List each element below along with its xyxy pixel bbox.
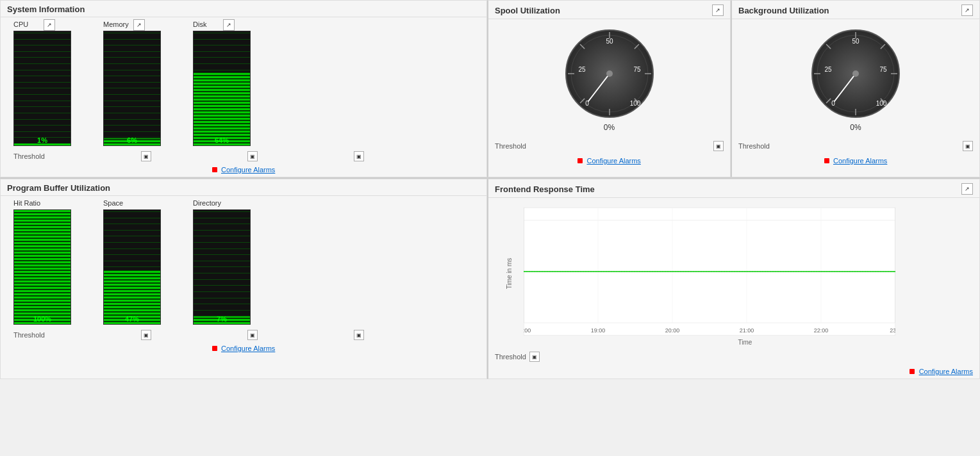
prog-threshold-icon-1[interactable]: ▣ bbox=[141, 330, 151, 340]
spool-title: Spool Utilization bbox=[495, 6, 560, 15]
hit-ratio-bar: 100% bbox=[13, 209, 71, 325]
memory-value: 6% bbox=[104, 136, 160, 144]
sys-threshold-label: Threshold bbox=[13, 152, 45, 160]
svg-text:20:00: 20:00 bbox=[665, 327, 680, 334]
svg-text:19:00: 19:00 bbox=[591, 327, 606, 334]
sys-configure-alarms-link[interactable]: Configure Alarms bbox=[221, 166, 275, 174]
expand-memory-icon[interactable]: ↗ bbox=[133, 19, 145, 31]
directory-value: 7% bbox=[194, 315, 250, 323]
expand-frontend-icon[interactable]: ↗ bbox=[961, 183, 973, 195]
svg-text:100: 100 bbox=[876, 100, 887, 107]
expand-disk-icon[interactable]: ↗ bbox=[223, 19, 235, 31]
hit-ratio-value: 100% bbox=[14, 315, 71, 323]
space-value: 47% bbox=[104, 315, 160, 323]
svg-text:25: 25 bbox=[578, 66, 586, 73]
frontend-threshold-label: Threshold bbox=[495, 353, 526, 361]
spool-configure-alarms-row: Configure Alarms bbox=[488, 154, 730, 168]
x-axis-label: Time bbox=[524, 339, 967, 346]
space-bar: 47% bbox=[103, 209, 161, 325]
memory-label: Memory bbox=[103, 20, 129, 28]
sys-configure-alarms-row: Configure Alarms bbox=[1, 163, 486, 177]
cpu-label: CPU bbox=[13, 20, 28, 28]
background-title: Background Utilization bbox=[738, 6, 829, 15]
svg-text:50: 50 bbox=[852, 38, 860, 45]
prog-buffer-title: Program Buffer Utilization bbox=[7, 183, 110, 193]
disk-bar-fill bbox=[194, 72, 250, 145]
frontend-threshold-icon[interactable]: ▣ bbox=[529, 352, 540, 362]
spool-gauge-svg: 50 25 75 0 100 bbox=[561, 26, 658, 122]
background-configure-alarms-row: Configure Alarms bbox=[732, 154, 979, 168]
threshold-icon-1[interactable]: ▣ bbox=[141, 151, 151, 161]
alarm-icon-prog bbox=[212, 346, 217, 351]
y-axis-label: Time in ms bbox=[506, 258, 513, 289]
alarm-icon-bg bbox=[824, 158, 829, 163]
background-threshold-label: Threshold bbox=[738, 142, 770, 150]
background-gauge-svg: 50 25 75 0 100 bbox=[808, 26, 904, 122]
svg-text:100: 100 bbox=[629, 100, 640, 107]
expand-spool-icon[interactable]: ↗ bbox=[712, 4, 724, 16]
prog-configure-alarms-row: Configure Alarms bbox=[1, 341, 486, 355]
disk-value: 64% bbox=[194, 136, 250, 144]
directory-bar: 7% bbox=[193, 209, 251, 325]
alarm-icon-frontend bbox=[909, 369, 915, 374]
cpu-value: 1% bbox=[14, 136, 71, 144]
frontend-configure-alarms-link[interactable]: Configure Alarms bbox=[919, 368, 973, 375]
background-gauge-wrapper: 50 25 75 0 100 0% bbox=[732, 19, 979, 138]
spool-threshold-label: Threshold bbox=[495, 142, 526, 150]
threshold-icon-2[interactable]: ▣ bbox=[247, 151, 258, 161]
hit-ratio-label: Hit Ratio bbox=[13, 199, 40, 207]
memory-bar: 6% bbox=[103, 31, 161, 146]
cpu-bar: 1% bbox=[13, 31, 71, 146]
svg-text:23:0: 23:0 bbox=[890, 327, 895, 334]
alarm-icon-sys bbox=[212, 167, 217, 172]
prog-threshold-icon-2[interactable]: ▣ bbox=[247, 330, 258, 340]
frontend-configure-alarms-row: Configure Alarms bbox=[488, 364, 979, 379]
prog-threshold-label: Threshold bbox=[13, 331, 45, 339]
spool-gauge-wrapper: 50 25 75 0 100 0% bbox=[488, 19, 730, 138]
frontend-response-title: Frontend Response Time bbox=[495, 184, 595, 194]
background-threshold-icon[interactable]: ▣ bbox=[963, 141, 973, 151]
alarm-icon-spool bbox=[577, 158, 583, 163]
prog-threshold-icon-3[interactable]: ▣ bbox=[354, 330, 364, 340]
svg-text:50: 50 bbox=[606, 38, 613, 45]
background-configure-alarms-link[interactable]: Configure Alarms bbox=[833, 157, 887, 165]
svg-text:25: 25 bbox=[824, 66, 832, 73]
expand-cpu-icon[interactable]: ↗ bbox=[44, 19, 55, 31]
spool-threshold-icon[interactable]: ▣ bbox=[713, 141, 724, 151]
background-gauge-value: 0% bbox=[850, 123, 861, 132]
svg-point-16 bbox=[606, 70, 613, 77]
frontend-line-chart: 1 0 -1 18:00 19:00 20:00 21:00 bbox=[524, 208, 895, 336]
directory-label: Directory bbox=[193, 199, 221, 207]
expand-background-icon[interactable]: ↗ bbox=[961, 4, 973, 16]
spool-configure-alarms-link[interactable]: Configure Alarms bbox=[586, 157, 640, 165]
disk-bar: 64% bbox=[193, 31, 251, 146]
svg-text:21:00: 21:00 bbox=[740, 327, 754, 334]
svg-point-33 bbox=[852, 70, 859, 77]
svg-text:22:00: 22:00 bbox=[814, 327, 829, 334]
disk-label: Disk bbox=[193, 20, 206, 28]
space-label: Space bbox=[103, 199, 123, 207]
threshold-icon-3[interactable]: ▣ bbox=[354, 151, 364, 161]
svg-text:75: 75 bbox=[633, 66, 641, 73]
frontend-chart-area: Time in ms 1 0 -1 bbox=[488, 198, 979, 349]
svg-text:18:00: 18:00 bbox=[524, 327, 531, 334]
spool-gauge-value: 0% bbox=[604, 123, 615, 132]
prog-configure-alarms-link[interactable]: Configure Alarms bbox=[221, 345, 275, 352]
svg-text:75: 75 bbox=[879, 66, 887, 73]
hit-ratio-bar-fill bbox=[14, 210, 71, 324]
system-info-title: System Information bbox=[7, 4, 85, 14]
